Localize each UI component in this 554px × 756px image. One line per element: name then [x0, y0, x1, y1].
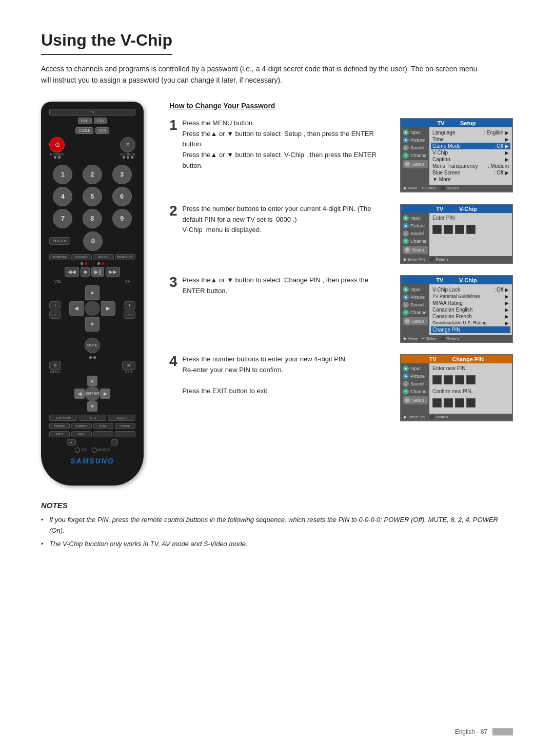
sidebar-sound-4: ♪ Sound — [403, 381, 428, 387]
sound-icon-2: ♪ — [403, 230, 409, 237]
enter-button[interactable]: ENTER — [85, 386, 100, 401]
picture-icon-3: ▶ — [403, 294, 409, 300]
ch-down-button[interactable]: − — [124, 311, 135, 319]
source-button[interactable]: S — [120, 137, 135, 152]
stb-button[interactable]: STB — [94, 118, 107, 124]
cable-button[interactable]: CABLE — [75, 127, 93, 134]
footer-pin-2: ◆ Enter PIN — [403, 257, 425, 262]
page-title: Using the V-Chip — [41, 31, 172, 55]
setup-label-2: Setup — [412, 247, 424, 253]
screen-vchip2-header: TV V-Chip — [401, 205, 512, 213]
sidebar-picture-4: ▶ Picture — [403, 373, 428, 379]
nav-left[interactable]: ◀ — [74, 389, 85, 399]
vchip-lock: V-Chip Lock: Off ▶ — [432, 286, 509, 293]
input-label-4: Input — [410, 366, 421, 371]
tv-sidebar-3: ▶ Input ▶ Picture ♪ Sound ≡ — [401, 284, 429, 335]
menu-vchip: V-Chip▶ — [432, 149, 509, 156]
sidebar-sound-3: ♪ Sound — [403, 302, 428, 308]
num1-button[interactable]: 1 — [53, 165, 72, 184]
info-button[interactable]: INFO — [78, 415, 106, 421]
extra-btn2[interactable] — [115, 431, 135, 437]
dpad-right[interactable]: ▶ — [101, 301, 115, 316]
samsung-logo: SAMSUNG — [49, 457, 135, 465]
footer-enter-3: ↵ Enter — [422, 336, 436, 341]
playpause-button[interactable]: ▶‖ — [91, 267, 104, 277]
mpaa-rating: MPAA Rating▶ — [432, 300, 509, 306]
smode-button[interactable]: S.MODE — [71, 423, 92, 429]
stop-button[interactable]: ■ — [81, 267, 90, 277]
pin-box-2-3 — [455, 225, 464, 234]
exit-button[interactable]: ✕ — [122, 361, 135, 370]
vol-ch-labels: VOL CH — [49, 280, 135, 283]
mute-dots — [49, 356, 135, 359]
dpad-down[interactable]: ▼ — [85, 317, 100, 332]
dvd-button[interactable]: DVD — [78, 118, 92, 124]
dpad-left[interactable]: ◀ — [69, 301, 84, 316]
prech-button[interactable]: PRE-CH — [49, 237, 70, 245]
num6-button[interactable]: 6 — [112, 187, 132, 206]
sidebar-picture-3: ▶ Picture — [403, 294, 428, 300]
extra-btn1[interactable] — [93, 431, 114, 437]
sidebar-channel-2: ≡ Channel — [403, 238, 428, 244]
step-2: 2 Press the number buttons to enter your… — [169, 204, 513, 264]
pmode-button[interactable]: P.MODE — [49, 423, 70, 429]
vcr-button[interactable]: VCR — [95, 127, 109, 134]
note-1: If you forget the PIN, press the remote … — [41, 515, 513, 536]
tv-parental: TV Parental Guidelines▶ — [432, 293, 509, 300]
ff-button[interactable]: ▶▶ — [106, 267, 120, 277]
footer-return-3: ⬛ Return — [440, 336, 459, 341]
tv-button[interactable]: TV — [49, 109, 135, 115]
mts-button[interactable]: MTS — [49, 431, 70, 437]
vol-up-button[interactable]: + — [49, 301, 61, 309]
favch-button[interactable]: FAV.CH — [93, 254, 114, 260]
screen-vchip3-body: ▶ Input ▶ Picture ♪ Sound ≡ — [401, 284, 512, 335]
srs-button[interactable]: SRS — [71, 431, 92, 437]
sleep-button[interactable]: SLEEP — [108, 415, 135, 421]
num5-button[interactable]: 5 — [83, 187, 102, 206]
input-icon-3: ▶ — [403, 286, 409, 293]
antenna-button[interactable]: ANTENNA — [49, 254, 70, 260]
nav-right[interactable]: ▶ — [100, 389, 110, 399]
num7-button[interactable]: 7 — [53, 209, 72, 228]
ch-up-button[interactable]: + — [124, 301, 135, 309]
num2-button[interactable]: 2 — [83, 165, 102, 184]
step-2-text: Press the number buttons to enter your c… — [183, 204, 392, 236]
nav-up[interactable]: ▲ — [87, 376, 97, 386]
nav-down[interactable]: ▼ — [87, 401, 97, 412]
step-1: 1 Press the MENU button. Press the▲ or ▼… — [169, 118, 513, 192]
picture-label-4: Picture — [410, 374, 425, 379]
wiselink-button[interactable]: WISE LINK — [115, 254, 136, 260]
num0-button[interactable]: 0 — [83, 231, 103, 251]
setup-icon-4: ⚙ — [404, 397, 410, 403]
dpad-up[interactable]: ▲ — [85, 285, 100, 300]
screen-setup-body: ▶ Input ▶ Picture ♪ Sound ≡ — [401, 127, 512, 185]
step-3: 3 Press the▲ or ▼ button to select Chang… — [169, 275, 513, 343]
screen-3-footer: ◆ Move ↵ Enter ⬛ Return — [401, 335, 512, 342]
num4-button[interactable]: 4 — [53, 187, 72, 206]
menu-button[interactable]: ≡ — [49, 361, 61, 370]
sound-icon-4: ♪ — [403, 381, 409, 387]
footer-move-3: ◆ Move — [403, 336, 418, 341]
caption-button[interactable]: CAPTION — [49, 415, 77, 421]
sidebar-channel-1: ≡ Channel — [403, 152, 428, 159]
picture-icon-4: ▶ — [403, 373, 409, 379]
vol-down-button[interactable]: − — [49, 311, 61, 319]
power-button[interactable]: ⏻ — [49, 137, 65, 152]
tv-main-vchip2: Enter PIN — [429, 213, 512, 256]
chmgr-button[interactable]: CH.MGR — [71, 254, 92, 260]
num8-button[interactable]: 8 — [83, 209, 102, 228]
vol-label: VOL — [54, 280, 62, 283]
mute-button[interactable]: MUTE — [85, 338, 100, 353]
tv-label-2: TV — [436, 206, 458, 212]
sound-label-2: Sound — [410, 231, 424, 236]
num9-button[interactable]: 9 — [112, 209, 132, 228]
record-button[interactable]: ● — [67, 439, 76, 445]
psize-button[interactable]: P.SIZE — [115, 423, 135, 429]
power-label: POWER — [49, 152, 65, 156]
still-button[interactable]: STILL — [93, 423, 114, 429]
rew-button[interactable]: ◀◀ — [65, 267, 79, 277]
num3-button[interactable]: 3 — [112, 165, 132, 184]
menu-more: ▼ More — [432, 176, 509, 183]
extra3[interactable] — [111, 439, 118, 445]
input-icon-4: ▶ — [403, 365, 409, 372]
